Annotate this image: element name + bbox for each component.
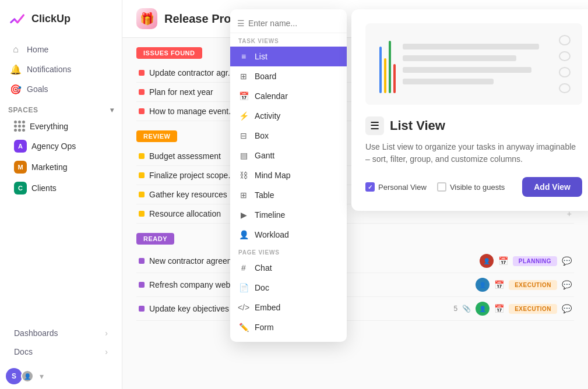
view-picker-dropdown: ☰ TASK VIEWS ≡ List ⊞ Board 📅 Calendar ⚡… — [230, 9, 347, 342]
user-row[interactable]: S 👤 ▾ — [0, 363, 122, 389]
list-icon: ≡ — [238, 51, 249, 62]
personal-view-check[interactable]: ✓ Personal View — [365, 182, 427, 192]
list-view-preview: ☰ List View Use List view to organize yo… — [351, 9, 588, 211]
sidebar-item-agency-ops[interactable]: A Agency Ops — [8, 136, 114, 157]
status-badge-review: REVIEW — [136, 130, 177, 142]
visible-guests-check[interactable]: Visible to guests — [437, 182, 505, 192]
mindmap-icon: ⛓ — [238, 170, 249, 181]
visible-guests-checkbox[interactable] — [437, 182, 446, 192]
sidebar-item-home[interactable]: ⌂ Home — [5, 40, 117, 59]
view-item-mindmap[interactable]: ⛓ Mind Map — [230, 165, 347, 185]
view-item-box[interactable]: ⊟ Box — [230, 126, 347, 146]
preview-illustration — [365, 23, 582, 105]
view-label: Calendar — [255, 91, 288, 101]
sidebar-item-notifications[interactable]: 🔔 Notifications — [5, 59, 117, 79]
view-item-list[interactable]: ≡ List — [230, 47, 347, 66]
sidebar-item-clients[interactable]: C Clients — [8, 178, 114, 199]
task-dot-red — [139, 70, 145, 76]
view-item-chat[interactable]: # Chat — [230, 258, 347, 278]
view-item-timeline[interactable]: ▶ Timeline — [230, 205, 347, 225]
bell-icon: 🔔 — [10, 64, 21, 75]
task-dot-purple — [139, 306, 145, 312]
grid-icon — [14, 121, 25, 132]
view-item-board[interactable]: ⊞ Board — [230, 66, 347, 86]
chevron-down-icon: ▾ — [110, 106, 114, 114]
spaces-header[interactable]: Spaces ▾ — [8, 106, 114, 114]
view-label: Activity — [255, 111, 280, 121]
view-item-gantt[interactable]: ▤ Gantt — [230, 146, 347, 165]
view-label: Mind Map — [255, 171, 290, 180]
sidebar-item-label: Agency Ops — [31, 142, 76, 151]
sidebar-item-label: Everything — [30, 122, 68, 131]
view-label: Chat — [255, 263, 272, 273]
sidebar-item-label: Docs — [14, 347, 33, 356]
view-item-form[interactable]: ✏️ Form — [230, 317, 347, 337]
sidebar-item-goals[interactable]: 🎯 Goals — [5, 79, 117, 99]
sidebar-item-docs[interactable]: Docs › — [8, 342, 114, 361]
personal-view-checkbox[interactable]: ✓ — [365, 182, 375, 192]
goal-icon: 🎯 — [10, 84, 21, 94]
view-label: Timeline — [255, 210, 285, 220]
sidebar: ClickUp ⌂ Home 🔔 Notifications 🎯 Goals S… — [0, 0, 122, 389]
view-item-calendar[interactable]: 📅 Calendar — [230, 86, 347, 106]
visible-guests-label: Visible to guests — [450, 183, 505, 192]
embed-icon: </> — [238, 302, 249, 313]
sidebar-item-label: Goals — [27, 84, 48, 94]
sidebar-item-dashboards[interactable]: Dashboards › — [8, 324, 114, 342]
chevron-right-icon: › — [105, 347, 108, 356]
logo: ClickUp — [0, 0, 122, 37]
view-search-input[interactable] — [248, 19, 340, 28]
task-dot-yellow — [139, 211, 145, 217]
chevron-down-icon: ▾ — [40, 372, 44, 381]
preview-title-row: ☰ List View — [365, 116, 582, 135]
timeline-icon: ▶ — [238, 210, 249, 220]
task-dot-yellow — [139, 192, 145, 197]
space-badge-agency: A — [14, 140, 27, 153]
task-dot-red — [139, 89, 145, 95]
view-item-activity[interactable]: ⚡ Activity — [230, 106, 347, 126]
doc-icon: 📄 — [238, 282, 249, 293]
view-label: Board — [255, 72, 276, 81]
sidebar-item-everything[interactable]: Everything — [8, 116, 114, 136]
sidebar-item-label: Notifications — [27, 65, 71, 74]
view-item-doc[interactable]: 📄 Doc — [230, 278, 347, 298]
workload-icon: 👤 — [238, 229, 249, 240]
user-avatar: S — [6, 368, 22, 384]
sidebar-item-label: Clients — [31, 183, 57, 193]
view-label: Box — [255, 131, 269, 140]
task-dot-purple — [139, 258, 145, 264]
status-badge-issues: ISSUES FOUND — [136, 47, 202, 59]
list-icon: ☰ — [237, 19, 245, 28]
logo-text: ClickUp — [31, 13, 71, 25]
preview-description: Use List view to organize your tasks in … — [365, 141, 582, 165]
sidebar-bottom-section: Dashboards › Docs › — [0, 319, 122, 363]
view-item-workload[interactable]: 👤 Workload — [230, 225, 347, 245]
sidebar-item-label: Home — [27, 45, 48, 54]
list-view-icon: ☰ — [365, 116, 384, 135]
search-row: ☰ — [230, 14, 347, 33]
view-item-table[interactable]: ⊞ Table — [230, 185, 347, 205]
sidebar-nav: ⌂ Home 🔔 Notifications 🎯 Goals — [0, 37, 122, 101]
personal-view-label: Personal View — [378, 183, 427, 192]
task-views-label: TASK VIEWS — [230, 33, 347, 47]
page-views-label: PAGE VIEWS — [230, 245, 347, 258]
clickup-logo-icon — [8, 9, 27, 28]
space-badge-clients: C — [14, 182, 27, 194]
project-icon: 🎁 — [136, 8, 157, 29]
preview-footer: ✓ Personal View Visible to guests Add Vi… — [365, 177, 582, 197]
sidebar-item-label: Marketing — [31, 162, 67, 172]
form-icon: ✏️ — [238, 322, 249, 333]
box-icon: ⊟ — [238, 130, 249, 141]
view-item-embed[interactable]: </> Embed — [230, 298, 347, 317]
gantt-icon: ▤ — [238, 150, 249, 161]
preview-title: List View — [390, 118, 445, 133]
calendar-icon: 📅 — [238, 91, 249, 101]
add-view-button[interactable]: Add View — [522, 177, 582, 197]
table-icon: ⊞ — [238, 190, 249, 200]
spaces-section: Spaces ▾ Everything A Agency Ops M Marke… — [0, 101, 122, 201]
task-dot-red — [139, 108, 145, 114]
task-dot-purple — [139, 282, 145, 288]
home-icon: ⌂ — [10, 44, 21, 55]
sidebar-item-marketing[interactable]: M Marketing — [8, 157, 114, 178]
sidebar-item-label: Dashboards — [14, 328, 58, 338]
